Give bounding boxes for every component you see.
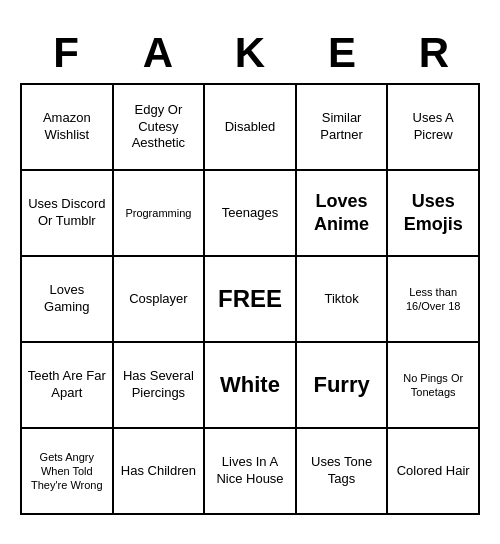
bingo-cell-1[interactable]: Edgy Or Cutesy Aesthetic [114,85,206,171]
bingo-cell-9[interactable]: Uses Emojis [388,171,480,257]
title-letter-k: K [206,29,294,77]
bingo-cell-13[interactable]: Tiktok [297,257,389,343]
bingo-cell-8[interactable]: Loves Anime [297,171,389,257]
title-letter-r: R [390,29,478,77]
bingo-cell-15[interactable]: Teeth Are Far Apart [22,343,114,429]
bingo-cell-21[interactable]: Has Children [114,429,206,515]
bingo-cell-4[interactable]: Uses A Picrew [388,85,480,171]
bingo-cell-3[interactable]: Similar Partner [297,85,389,171]
bingo-cell-2[interactable]: Disabled [205,85,297,171]
bingo-cell-6[interactable]: Programming [114,171,206,257]
bingo-cell-19[interactable]: No Pings Or Tonetags [388,343,480,429]
bingo-cell-22[interactable]: Lives In A Nice House [205,429,297,515]
bingo-cell-24[interactable]: Colored Hair [388,429,480,515]
bingo-cell-11[interactable]: Cosplayer [114,257,206,343]
bingo-cell-16[interactable]: Has Several Piercings [114,343,206,429]
bingo-cell-7[interactable]: Teenages [205,171,297,257]
bingo-cell-0[interactable]: Amazon Wishlist [22,85,114,171]
title-letter-a: A [114,29,202,77]
bingo-cell-14[interactable]: Less than 16/Over 18 [388,257,480,343]
bingo-grid: Amazon WishlistEdgy Or Cutesy AestheticD… [20,83,480,515]
bingo-cell-20[interactable]: Gets Angry When Told They're Wrong [22,429,114,515]
bingo-card: F A K E R Amazon WishlistEdgy Or Cutesy … [10,19,490,525]
title-letter-e: E [298,29,386,77]
bingo-cell-18[interactable]: Furry [297,343,389,429]
bingo-cell-23[interactable]: Uses Tone Tags [297,429,389,515]
bingo-title: F A K E R [20,29,480,77]
bingo-cell-17[interactable]: White [205,343,297,429]
bingo-cell-10[interactable]: Loves Gaming [22,257,114,343]
title-letter-f: F [22,29,110,77]
bingo-cell-12[interactable]: FREE [205,257,297,343]
bingo-cell-5[interactable]: Uses Discord Or Tumblr [22,171,114,257]
